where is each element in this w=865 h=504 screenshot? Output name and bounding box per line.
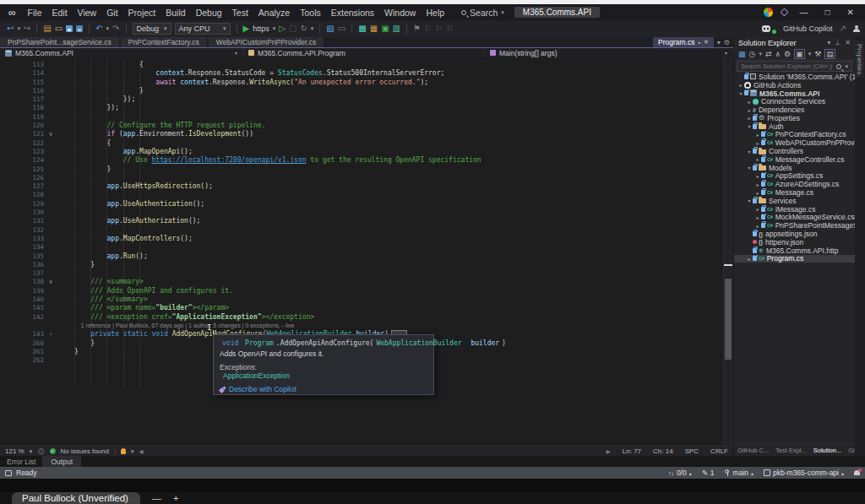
panel-tab[interactable]: Test Expl...: [772, 447, 810, 454]
tree-item[interactable]: {}appsettings.json: [734, 230, 855, 238]
terminal-icon[interactable]: ▥: [393, 24, 400, 33]
panel-tab[interactable]: Solution...: [810, 447, 845, 454]
tree-item[interactable]: ▾Controllers: [734, 147, 855, 155]
wrench-icon[interactable]: ⚒: [814, 50, 821, 58]
share-icon[interactable]: ↗: [840, 24, 846, 33]
expand-arrow-icon[interactable]: ▸: [754, 206, 761, 212]
tree-item[interactable]: ▸C#AzureADSettings.cs: [734, 180, 855, 188]
tree-item[interactable]: ▾Services: [734, 197, 855, 205]
tab-options-gear-icon[interactable]: ⚙: [724, 39, 730, 46]
collapse-all-icon[interactable]: ∧: [775, 50, 781, 58]
restart-icon[interactable]: ↻: [300, 24, 307, 33]
solution-search-box[interactable]: ▾: [737, 61, 852, 72]
breadcrumb-project-dropdown[interactable]: M365.Comms.API ▾: [0, 48, 243, 57]
bookmark-icon[interactable]: ⚑: [413, 24, 421, 33]
switch-views-icon[interactable]: ▩: [738, 50, 746, 58]
expand-arrow-icon[interactable]: ▸: [754, 190, 761, 196]
tree-item[interactable]: Solution 'M365.Comms.API' (1 of 1 projec…: [734, 73, 855, 81]
tab-program-cs[interactable]: Program.cs ▪ ✕: [653, 37, 714, 47]
git-branch-button[interactable]: main ▴: [725, 469, 753, 477]
github-copilot-icon[interactable]: [762, 25, 770, 32]
expand-arrow-icon[interactable]: ▸: [737, 82, 744, 88]
notifications-bell-icon[interactable]: [854, 470, 860, 475]
bookmark-prev-icon[interactable]: ⚐: [424, 24, 432, 33]
expand-arrow-icon[interactable]: ▸: [754, 140, 761, 146]
sync-icon[interactable]: ⇄: [765, 50, 772, 58]
pending-changes-filter-icon[interactable]: ◷: [749, 50, 756, 58]
git-repo-button[interactable]: pkb-m365-comm-api ▴: [764, 469, 844, 477]
expand-arrow-icon[interactable]: ▸: [746, 99, 753, 105]
file-structure-icon[interactable]: ▦: [370, 24, 378, 33]
zoom-dropdown-icon[interactable]: ▾: [30, 448, 33, 455]
menu-file[interactable]: File: [23, 8, 47, 18]
scroll-right-icon[interactable]: ▸: [607, 447, 611, 456]
menu-help[interactable]: Help: [421, 8, 449, 18]
start-without-debugging-icon[interactable]: ▷: [279, 24, 286, 33]
menu-tools[interactable]: Tools: [295, 8, 326, 18]
save-icon[interactable]: [66, 25, 73, 32]
eol-indicator[interactable]: CRLF: [710, 447, 728, 456]
tree-item[interactable]: ▸GitHub Actions: [734, 81, 855, 89]
save-all-icon[interactable]: [76, 25, 83, 32]
more-dropdown-icon[interactable]: ▾: [808, 51, 812, 57]
expand-arrow-icon[interactable]: ▾: [737, 90, 744, 96]
tree-item[interactable]: ▸C#PnPContextFactory.cs: [734, 131, 855, 139]
menu-build[interactable]: Build: [160, 8, 190, 18]
expand-arrow-icon[interactable]: ▸: [754, 132, 761, 138]
menu-analyze[interactable]: Analyze: [253, 8, 295, 18]
tree-item[interactable]: ▸⚙Properties: [734, 114, 855, 122]
fold-marker-icon[interactable]: ∨: [44, 130, 57, 138]
issues-label[interactable]: No issues found: [61, 447, 109, 455]
hot-reload-flame-icon[interactable]: [121, 448, 126, 454]
expand-arrow-icon[interactable]: ▾: [746, 149, 753, 154]
background-tasks-icon[interactable]: [5, 470, 12, 476]
close-button[interactable]: ✕: [843, 8, 858, 17]
bookmark-clear-icon[interactable]: ⚐: [446, 24, 454, 33]
expand-arrow-icon[interactable]: ▸: [754, 156, 761, 162]
restart-dropdown-icon[interactable]: ▾: [311, 25, 314, 32]
expand-arrow-icon[interactable]: ▸: [754, 182, 761, 187]
describe-with-copilot-link[interactable]: Describe with Copilot: [220, 385, 427, 393]
scroll-left-icon[interactable]: ◂: [139, 447, 144, 456]
vertical-scrollbar[interactable]: +: [723, 57, 733, 446]
solution-configuration-dropdown[interactable]: Debug ▾: [133, 23, 171, 35]
menu-git[interactable]: Git: [101, 8, 122, 18]
close-panel-icon[interactable]: ✕: [845, 39, 851, 46]
fold-marker-icon[interactable]: ∨: [44, 278, 57, 286]
search-options-icon[interactable]: ▾: [845, 63, 848, 70]
show-all-files-icon[interactable]: ▤: [824, 49, 835, 59]
bookmark-next-icon[interactable]: ⚐: [435, 24, 443, 33]
expand-arrow-icon[interactable]: ▸: [746, 256, 753, 262]
tab-properties-collapsed[interactable]: Properties: [855, 41, 864, 78]
tree-item[interactable]: {}httpenv.json: [734, 238, 855, 247]
tab-error-list[interactable]: Error List: [0, 458, 42, 466]
tree-item[interactable]: ▸C#IMessage.cs: [734, 205, 855, 214]
filter-dropdown-icon[interactable]: ▾: [759, 51, 762, 57]
expand-arrow-icon[interactable]: ▾: [746, 198, 753, 203]
expand-arrow-icon[interactable]: ▸: [746, 115, 753, 121]
preview-window-icon[interactable]: ▭: [338, 24, 345, 33]
attach-process-icon[interactable]: ▧: [326, 24, 334, 33]
expand-arrow-icon[interactable]: ▸: [754, 214, 761, 220]
feedback-icon[interactable]: [780, 8, 788, 17]
sync-with-active-document-icon[interactable]: ▣: [794, 49, 805, 59]
expand-arrow-icon[interactable]: ▾: [746, 165, 753, 171]
tab-list-dropdown-icon[interactable]: ▾: [717, 39, 721, 46]
run-dropdown-icon[interactable]: ▾: [273, 25, 276, 32]
tree-item[interactable]: ▸C#WebAPICustomPnPProvider.cs: [734, 138, 855, 147]
tree-item[interactable]: ▾M365.Comms.API: [734, 89, 855, 98]
undo-dropdown-icon[interactable]: ▾: [106, 25, 110, 32]
flame-dropdown-icon[interactable]: ▾: [131, 448, 134, 455]
tree-item[interactable]: ▸C#MessageController.cs: [734, 155, 855, 164]
tree-item[interactable]: ▾Auth: [734, 122, 855, 131]
copilot-label[interactable]: GitHub Copilot: [783, 24, 833, 33]
tree-item[interactable]: ⊕M365.Comms.API.http: [734, 247, 855, 255]
menu-view[interactable]: View: [73, 8, 102, 18]
zoom-level[interactable]: 121 %: [5, 447, 24, 455]
menu-window[interactable]: Window: [379, 8, 421, 18]
health-indicator-icon[interactable]: ⊙: [37, 447, 44, 456]
tree-item[interactable]: ▸C#Program.cs: [734, 255, 855, 263]
tree-item[interactable]: ▸Connected Services: [734, 97, 855, 106]
expand-arrow-icon[interactable]: ▸: [746, 107, 753, 113]
solution-search-input[interactable]: [741, 62, 836, 70]
